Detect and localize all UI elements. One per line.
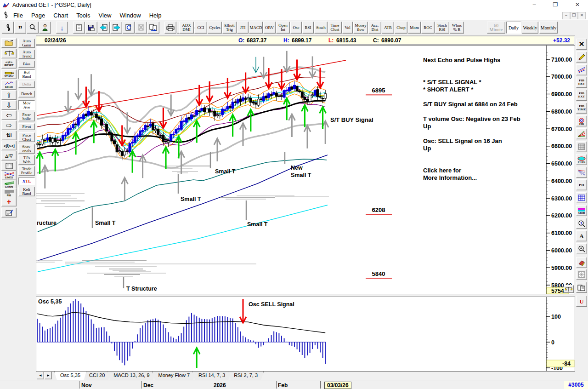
next-page-button[interactable] xyxy=(110,22,122,34)
study-auto-trend-button[interactable]: Auto Trend xyxy=(18,50,35,59)
pattern-tool-button[interactable] xyxy=(576,269,587,280)
print-button[interactable] xyxy=(164,22,176,34)
open-chart-button[interactable] xyxy=(1,38,17,48)
study-pivot-button[interactable]: Pivot xyxy=(18,123,35,130)
oscillator-panel[interactable]: Osc SELL SignalOsc 5,351000-100-84 xyxy=(36,297,575,372)
delete-page-button[interactable] xyxy=(135,22,147,34)
indicator-roc-button[interactable]: ROC xyxy=(421,22,435,34)
pencil-tool-button[interactable] xyxy=(576,51,587,63)
arrow-left-button[interactable]: ⇦ xyxy=(1,110,17,120)
indicator-macd-button[interactable]: MACD xyxy=(249,22,263,34)
copy-page-button[interactable] xyxy=(147,22,159,34)
arrow-right-button[interactable]: ⇨ xyxy=(1,120,17,130)
elliott-tool-button[interactable]: Elliott xyxy=(1,80,17,90)
menu-tools[interactable]: Tools xyxy=(72,11,94,20)
indicator-obv-button[interactable]: OBV xyxy=(263,22,276,34)
zoom-in-button[interactable] xyxy=(576,243,587,254)
tab-osc-5-35[interactable]: Osc 5,35 xyxy=(54,372,86,380)
menu-chart[interactable]: Chart xyxy=(49,11,72,20)
grid-tool-button[interactable] xyxy=(1,161,17,171)
magnet-tool-button[interactable]: U xyxy=(576,296,587,307)
indicator-stoch-button[interactable]: Stoch xyxy=(314,22,328,34)
quote-tool-button[interactable]: ” xyxy=(14,22,26,34)
indicator-adx-dmi-button[interactable]: ADX DMI xyxy=(179,22,194,34)
gann-tool-button[interactable]: GANN xyxy=(1,180,17,189)
indicator-money-flow-button[interactable]: Money flow xyxy=(353,22,368,34)
child-close-button[interactable]: ✕ xyxy=(578,12,586,19)
save-page-button[interactable] xyxy=(85,22,97,34)
restore-button[interactable]: ❐ xyxy=(548,0,563,10)
copy-study-button[interactable] xyxy=(576,282,587,293)
indicator-stoch-rsi-button[interactable]: Stoch RSI xyxy=(435,22,449,34)
price-chart-panel[interactable]: 689562085840ructureSmall TSmall TSmall T… xyxy=(36,45,575,294)
arrow-up-button[interactable]: ⇧ xyxy=(1,90,17,100)
study-para-bolic-button[interactable]: Para- bolic xyxy=(18,112,35,121)
new-page-button[interactable] xyxy=(73,22,85,34)
data-download-button[interactable]: ↓ xyxy=(56,22,68,34)
regression-fan-button[interactable] xyxy=(576,167,587,178)
indicator-chop-button[interactable]: Chop xyxy=(395,22,407,34)
study-bol-band-button[interactable]: Bol Band xyxy=(18,69,35,79)
gann-grid-button[interactable] xyxy=(576,141,587,152)
study-kelt-band-button[interactable]: Kelt Band xyxy=(18,187,35,196)
period-weekly-button[interactable]: Weekly xyxy=(522,22,538,34)
compress-horizontal-button[interactable]: ◁ǀ▷◁ xyxy=(1,141,17,150)
refresh-page-button[interactable] xyxy=(123,22,135,34)
child-minimize-button[interactable]: – xyxy=(562,12,570,19)
period-monthly-button[interactable]: Monthly xyxy=(539,22,558,34)
menu-help[interactable]: Help xyxy=(145,11,166,20)
study-tj-s-web-button[interactable]: TJ's Web xyxy=(18,155,35,165)
reset-tool-button[interactable]: «⇄»RESET xyxy=(1,59,17,69)
study-auto-gann-button[interactable]: Auto Gann xyxy=(18,39,35,48)
study-bias-button[interactable]: Bias xyxy=(18,61,35,68)
indicator-open-int-button[interactable]: Open Int xyxy=(276,22,290,34)
delete-study-button[interactable]: ✕ xyxy=(576,39,587,50)
scale-lock-button[interactable] xyxy=(564,285,574,293)
prev-page-button[interactable] xyxy=(98,22,110,34)
minimize-button[interactable]: – xyxy=(526,0,542,10)
indicator-atr-button[interactable]: ATR xyxy=(382,22,394,34)
study-delta-button[interactable]: Delta xyxy=(18,81,35,88)
mob-tool-button[interactable]: MOB xyxy=(576,205,587,216)
indicator-mom-button[interactable]: Mom xyxy=(408,22,421,34)
zoom-tool-button[interactable] xyxy=(27,22,39,34)
menu-page[interactable]: Page xyxy=(27,11,49,20)
expand-vertical-button[interactable]: △ǀ▽ xyxy=(1,151,17,160)
indicator-jti-button[interactable]: JTI xyxy=(237,22,249,34)
compress-vertical-button[interactable]: ⇅ǀ xyxy=(1,131,17,140)
arrow-down-button[interactable]: ⇩ xyxy=(1,100,17,110)
indicator-rsi-button[interactable]: RSI xyxy=(302,22,314,34)
indicator-time-clust-button[interactable]: Time Clust xyxy=(328,22,342,34)
annotation-text[interactable]: More Information... xyxy=(423,174,477,181)
text-tool-button[interactable]: A xyxy=(576,230,587,241)
study-seas-onals-button[interactable]: Seas- onals xyxy=(18,144,35,154)
period-60-minute-button[interactable]: 60 Minute xyxy=(487,22,505,34)
annotation-text[interactable]: Click here for xyxy=(423,167,461,174)
expert-advisor-button[interactable] xyxy=(39,22,51,34)
study-xtl-button[interactable]: XTL xyxy=(18,177,35,185)
close-button[interactable]: ✕ xyxy=(570,0,585,10)
fib-extension-button[interactable]: FIB EXT xyxy=(576,90,587,101)
study-price-clust-button[interactable]: Price Clust xyxy=(18,132,35,142)
ellipse-tool-button[interactable]: ELIPS xyxy=(576,154,587,165)
menu-window[interactable]: Window xyxy=(115,11,145,20)
scales-tool-button[interactable] xyxy=(1,49,17,58)
indicator-cci-button[interactable]: CCI xyxy=(194,22,207,34)
fib-time-button[interactable]: FIB TIME xyxy=(576,103,587,114)
pti-tool-button[interactable]: PTI xyxy=(576,179,587,190)
tab-rsi-2-7-3[interactable]: RSI 2, 7, 3 xyxy=(228,372,264,380)
study-mov-ave-button[interactable]: Mov Ave xyxy=(18,100,35,110)
find-wave-button[interactable]: 1 xyxy=(576,218,587,229)
tab-rsi-14-7-3[interactable]: RSI 14, 7, 3 xyxy=(192,372,231,380)
get-tool-button[interactable] xyxy=(2,22,14,34)
tab-cci-20[interactable]: CCI 20 xyxy=(83,372,111,380)
gann-fan-button[interactable] xyxy=(576,128,587,139)
menu-file[interactable]: File xyxy=(9,11,27,20)
fib-retrace-button[interactable]: FIB RET xyxy=(576,77,587,88)
child-restore-button[interactable]: ❐ xyxy=(570,12,578,19)
parallel-lines-tool-button[interactable] xyxy=(576,64,587,75)
period-daily-button[interactable]: Daily xyxy=(506,22,521,34)
indicator-cycles-button[interactable]: Cycles xyxy=(208,22,222,34)
indicator-acc-dist-button[interactable]: Acc. Dist xyxy=(368,22,381,34)
crosshair-tool-button[interactable]: + xyxy=(1,197,17,206)
